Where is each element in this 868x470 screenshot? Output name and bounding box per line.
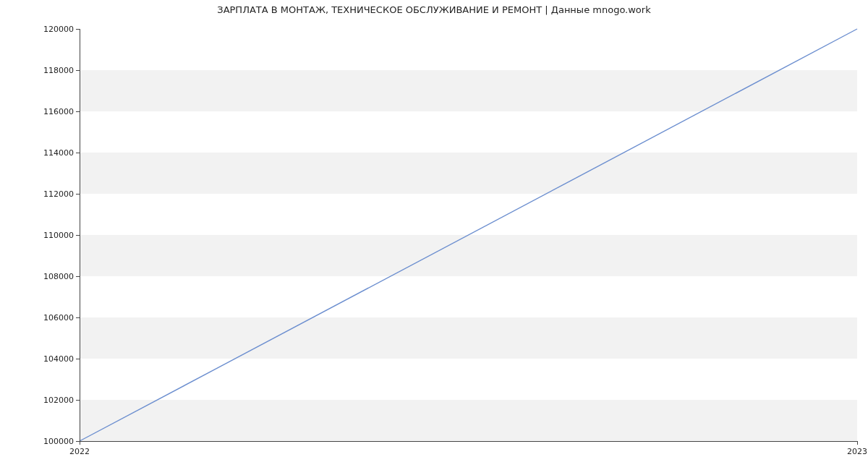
series-line — [80, 29, 857, 441]
y-tick-label: 116000 — [1, 107, 74, 116]
y-tick-mark — [76, 29, 80, 30]
y-tick-mark — [76, 111, 80, 112]
y-tick-mark — [76, 276, 80, 277]
y-tick-label: 100000 — [1, 437, 74, 446]
x-tick-mark — [857, 441, 858, 445]
y-tick-label: 110000 — [1, 231, 74, 240]
y-tick-mark — [76, 153, 80, 153]
y-tick-label: 104000 — [1, 354, 74, 364]
chart-title: ЗАРПЛАТА В МОНТАЖ, ТЕХНИЧЕСКОЕ ОБСЛУЖИВА… — [0, 4, 868, 15]
y-tick-label: 112000 — [1, 189, 74, 199]
y-tick-mark — [76, 359, 80, 359]
x-tick-mark — [80, 441, 80, 445]
y-tick-mark — [76, 70, 80, 71]
y-tick-mark — [76, 317, 80, 318]
y-tick-mark — [76, 194, 80, 195]
y-tick-mark — [76, 235, 80, 236]
y-axis-line — [80, 29, 80, 441]
y-tick-label: 118000 — [1, 66, 74, 75]
x-axis-line — [80, 441, 857, 442]
plot-area: 1000001020001040001060001080001100001120… — [80, 29, 857, 441]
x-tick-label: 2023 — [847, 447, 867, 456]
y-tick-mark — [76, 400, 80, 401]
y-tick-label: 102000 — [1, 396, 74, 405]
x-tick-label: 2022 — [69, 447, 90, 456]
y-tick-label: 114000 — [1, 148, 74, 158]
y-tick-label: 120000 — [1, 25, 74, 34]
y-tick-label: 106000 — [1, 313, 74, 322]
line-series — [80, 29, 857, 441]
y-tick-label: 108000 — [1, 272, 74, 281]
